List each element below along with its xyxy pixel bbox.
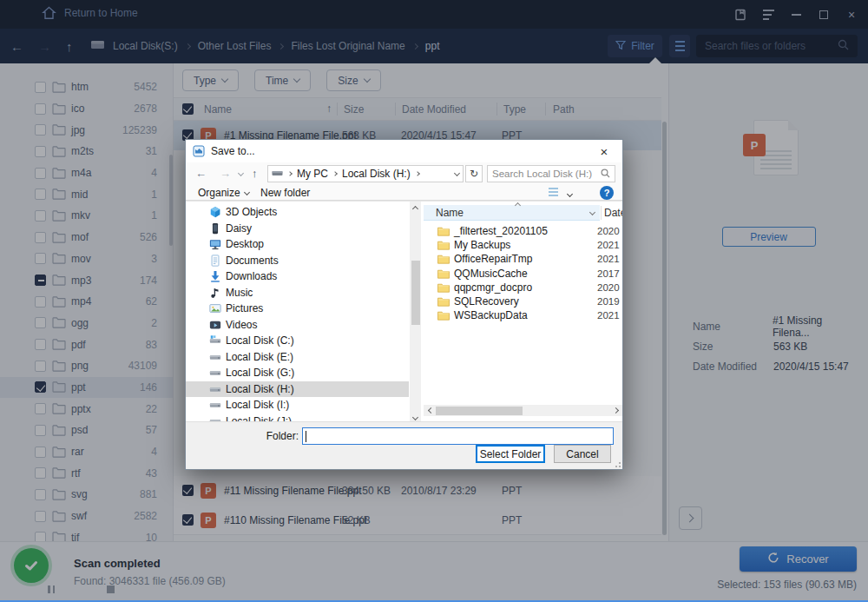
- dialog-toolbar: Organize New folder ?: [186, 185, 622, 201]
- folder-icon: [437, 282, 450, 293]
- refresh-button[interactable]: ↻: [465, 165, 483, 182]
- tree-item-label: Local Disk (E:): [226, 351, 293, 363]
- dialog-footer: Folder: Select Folder Cancel: [186, 421, 622, 469]
- tree-item-label: Daisy: [226, 222, 252, 235]
- folder-name: SQLRecovery: [454, 295, 519, 308]
- dialog-title: Save to...: [211, 145, 255, 157]
- tree-item[interactable]: Local Disk (C:): [186, 333, 409, 349]
- folder-name: QQMusicCache: [454, 268, 528, 280]
- tree-item[interactable]: Local Disk (I:): [186, 397, 409, 413]
- chevron-down-icon: [244, 189, 250, 195]
- folder-label: Folder:: [266, 430, 299, 442]
- dialog-close-button[interactable]: ×: [586, 140, 622, 162]
- folder-date: 2020: [597, 282, 620, 293]
- folder-date: 2021: [597, 240, 620, 250]
- folder-row[interactable]: qqpcmgr_docpro 2020: [424, 281, 622, 294]
- tree-item[interactable]: Downloads: [186, 268, 409, 285]
- view-dropdown-icon[interactable]: [567, 191, 573, 197]
- folder-row[interactable]: SQLRecovery 2019: [424, 294, 622, 308]
- dialog-icon: [193, 145, 205, 160]
- folder-name: _filtertest_20201105: [454, 225, 548, 237]
- scroll-right-icon[interactable]: [611, 405, 622, 416]
- dialog-back-button[interactable]: ←: [195, 167, 207, 180]
- dialog-up-button[interactable]: ↑: [252, 167, 258, 180]
- folder-date: 2021: [597, 310, 620, 321]
- folder-icon: [437, 254, 450, 264]
- tree-item[interactable]: 3D Objects: [186, 204, 409, 221]
- tree-item[interactable]: Local Disk (G:): [186, 365, 409, 381]
- dialog-breadcrumb[interactable]: My PC Local Disk (H:): [267, 165, 464, 182]
- folder-row[interactable]: QQMusicCache 2017: [424, 267, 622, 281]
- folder-icon: [437, 310, 450, 321]
- tree-item-label: Videos: [226, 319, 257, 331]
- tree-item-label: Downloads: [226, 270, 277, 282]
- column-date[interactable]: Date: [604, 207, 622, 219]
- view-options-icon[interactable]: [549, 188, 558, 196]
- folder-name: WSBackupData: [454, 309, 528, 321]
- folder-icon: [437, 268, 450, 279]
- text-caret: [306, 431, 306, 442]
- tree-item-label: Pictures: [226, 302, 263, 314]
- folder-name: My Backups: [454, 239, 510, 251]
- scrollbar-thumb[interactable]: [436, 407, 523, 415]
- dialog-address-bar: ← → ↑ My PC Local Disk (H:) ↻ Search Loc…: [186, 162, 622, 185]
- sort-asc-icon: [515, 202, 521, 208]
- breadcrumb-item[interactable]: Local Disk (H:): [342, 168, 411, 180]
- filter-dropdown-icon[interactable]: [589, 209, 595, 215]
- folder-name: qqpcmgr_docpro: [454, 281, 532, 294]
- dialog-search-input[interactable]: Search Local Disk (H:): [487, 165, 615, 182]
- save-to-dialog: Save to... × ← → ↑ My PC Local Disk (H:)…: [185, 139, 623, 470]
- column-name[interactable]: Name: [424, 205, 600, 221]
- tree-item[interactable]: Local Disk (H:): [186, 381, 409, 398]
- search-icon: [601, 169, 610, 180]
- tree-item[interactable]: Local Disk (E:): [186, 349, 409, 366]
- cancel-button[interactable]: Cancel: [554, 445, 611, 463]
- breadcrumb-item[interactable]: My PC: [297, 168, 328, 180]
- tree-item[interactable]: Daisy: [186, 221, 409, 237]
- folder-tree: 3D Objects Daisy Desktop Documents Downl…: [186, 204, 409, 423]
- tree-scrollbar[interactable]: [410, 202, 421, 423]
- resize-grip[interactable]: [614, 460, 621, 467]
- new-folder-button[interactable]: New folder: [260, 187, 310, 199]
- tree-item[interactable]: Pictures: [186, 301, 409, 317]
- tree-item-label: Local Disk (I:): [226, 399, 289, 411]
- chevron-right-icon: [415, 171, 420, 176]
- folder-row[interactable]: My Backups 2021: [424, 238, 622, 252]
- folder-row[interactable]: _filtertest_20201105 2020: [424, 224, 622, 238]
- app-window: Return to Home × ← → ↑ Local Disk(S:) Ot…: [0, 0, 868, 602]
- dialog-titlebar[interactable]: Save to... ×: [186, 140, 622, 162]
- tree-item[interactable]: Music: [186, 285, 409, 301]
- tree-item[interactable]: Documents: [186, 253, 409, 269]
- tree-item-label: Documents: [226, 255, 279, 267]
- folder-name-input[interactable]: [302, 427, 614, 445]
- folder-date: 2021: [597, 254, 620, 264]
- scroll-left-icon[interactable]: [424, 405, 435, 416]
- dialog-body: 3D Objects Daisy Desktop Documents Downl…: [186, 201, 622, 423]
- folder-row[interactable]: WSBackupData 2021: [424, 308, 622, 322]
- help-button[interactable]: ?: [600, 186, 614, 200]
- address-dropdown-icon[interactable]: [454, 169, 460, 175]
- folder-date: 2019: [597, 296, 620, 307]
- folder-icon: [437, 296, 450, 307]
- folder-date: 2017: [597, 268, 620, 279]
- drive-icon: [272, 168, 283, 180]
- tree-item[interactable]: Videos: [186, 317, 409, 334]
- chevron-right-icon: [332, 171, 338, 176]
- folder-list: Name Date _filtertest_20201105 2020 My B…: [424, 202, 622, 423]
- tree-item-label: Local Disk (G:): [226, 367, 294, 379]
- tree-item-label: Local Disk (C:): [226, 334, 294, 347]
- folder-row[interactable]: OfficeRepairTmp 2021: [424, 252, 622, 266]
- history-dropdown-icon[interactable]: [238, 170, 244, 176]
- folder-list-header: Name Date: [424, 205, 622, 221]
- scrollbar-thumb[interactable]: [411, 261, 420, 325]
- tree-item-label: Music: [226, 287, 253, 299]
- horizontal-scrollbar[interactable]: [424, 405, 622, 416]
- folder-name: OfficeRepairTmp: [454, 253, 532, 265]
- organize-button[interactable]: Organize: [198, 187, 249, 199]
- scroll-up-icon[interactable]: [410, 202, 421, 213]
- select-folder-button[interactable]: Select Folder: [476, 445, 545, 463]
- folder-icon: [437, 226, 450, 236]
- tree-item-label: Local Disk (H:): [226, 383, 294, 395]
- tree-item[interactable]: Desktop: [186, 236, 409, 253]
- dialog-forward-button[interactable]: →: [220, 167, 231, 180]
